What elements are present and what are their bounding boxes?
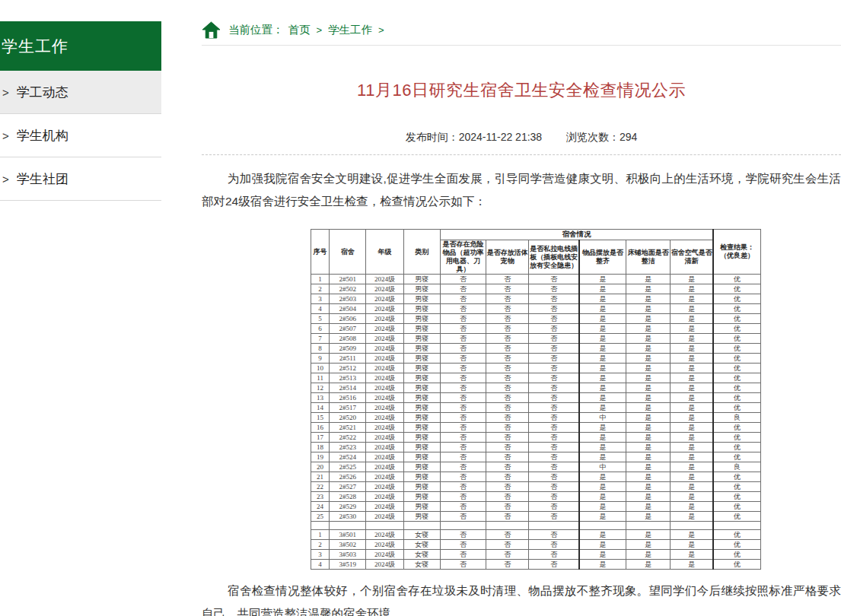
table-cell: 是 <box>671 354 713 364</box>
spacer-cell <box>440 522 486 530</box>
table-cell: 是 <box>579 530 626 540</box>
col-header-type: 类别 <box>403 230 440 275</box>
table-cell: 10 <box>311 364 330 373</box>
table-cell: 否 <box>486 530 529 540</box>
table-cell: 是 <box>671 294 713 304</box>
table-cell: 优 <box>713 314 760 324</box>
table-cell: 否 <box>529 482 579 492</box>
table-cell: 是 <box>671 433 713 443</box>
table-row: 42#5042024级男寝否否否是是是优 <box>311 304 761 314</box>
table-cell: 否 <box>440 373 486 383</box>
table-cell: 优 <box>713 492 760 502</box>
table-cell: 否 <box>486 304 529 314</box>
table-cell: 2024级 <box>366 433 403 443</box>
table-cell: 是 <box>671 314 713 324</box>
table-cell: 否 <box>440 423 486 433</box>
col-header-danger: 是否存在危险物品（超功率用电器、刀具） <box>440 240 486 275</box>
page-title: 11月16日研究生宿舍卫生安全检查情况公示 <box>202 79 841 102</box>
table-cell: 2024级 <box>366 275 403 284</box>
table-cell: 是 <box>626 452 671 462</box>
table-cell: 否 <box>440 550 486 560</box>
table-cell: 否 <box>440 443 486 452</box>
sidebar-item[interactable]: >学工动态 <box>0 71 161 114</box>
table-cell: 2024级 <box>366 540 403 550</box>
table-cell: 优 <box>713 403 760 413</box>
table-cell: 2024级 <box>366 472 403 482</box>
table-cell: 男寝 <box>403 452 440 462</box>
table-cell: 是 <box>579 502 626 512</box>
table-cell: 男寝 <box>403 443 440 452</box>
table-cell: 是 <box>671 344 713 354</box>
breadcrumb: 当前位置： 首页>学生工作> <box>202 15 841 46</box>
table-cell: 是 <box>626 540 671 550</box>
table-cell: 否 <box>486 314 529 324</box>
table-cell: 是 <box>579 324 626 334</box>
table-row: 13#5012024级女寝否否否是是是优 <box>311 530 761 540</box>
sidebar-item-label: 学生机构 <box>17 129 68 143</box>
table-cell: 男寝 <box>403 462 440 472</box>
table-cell: 3#519 <box>330 560 366 570</box>
table-cell: 2024级 <box>366 560 403 570</box>
table-row: 192#5242024级男寝否否否是是是优 <box>311 452 761 462</box>
table-row: 52#5062024级男寝否否否是是是优 <box>311 314 761 324</box>
table-cell: 20 <box>311 462 330 472</box>
table-cell: 是 <box>626 403 671 413</box>
chevron-right-icon: > <box>2 173 9 186</box>
spacer-cell <box>529 522 579 530</box>
table-cell: 22 <box>311 482 330 492</box>
col-header-grade: 年级 <box>366 230 403 275</box>
table-cell: 是 <box>579 275 626 284</box>
table-cell: 男寝 <box>403 413 440 423</box>
table-cell: 9 <box>311 354 330 364</box>
table-cell: 2#527 <box>330 482 366 492</box>
table-cell: 是 <box>671 550 713 560</box>
page: 学生工作 >学工动态>学生机构>学生社团 当前位置： 首页>学生工作> 11月1… <box>0 0 841 616</box>
table-cell: 是 <box>579 364 626 373</box>
table-cell: 优 <box>713 383 760 393</box>
table-cell: 否 <box>440 540 486 550</box>
table-cell: 是 <box>671 462 713 472</box>
table-cell: 中 <box>579 413 626 423</box>
table-cell: 男寝 <box>403 373 440 383</box>
col-header-wiring: 是否私拉电线插板（插板电线安放有安全隐患） <box>529 240 579 275</box>
table-cell: 是 <box>671 423 713 433</box>
table-cell: 优 <box>713 433 760 443</box>
breadcrumb-link[interactable]: 学生工作 <box>328 23 372 37</box>
outro-paragraph: 宿舍检查情况整体较好，个别宿舍存在垃圾未及时清理、物品摆放不整齐现象。望同学们今… <box>202 579 841 616</box>
table-cell: 是 <box>579 294 626 304</box>
table-cell: 否 <box>440 383 486 393</box>
sidebar-item[interactable]: >学生社团 <box>0 157 161 201</box>
breadcrumb-links: 首页>学生工作> <box>284 23 386 37</box>
home-icon[interactable] <box>202 21 221 39</box>
table-cell: 优 <box>713 452 760 462</box>
table-cell: 2#520 <box>330 413 366 423</box>
breadcrumb-link[interactable]: 首页 <box>288 23 311 37</box>
table-cell: 是 <box>579 284 626 294</box>
table-cell: 否 <box>440 324 486 334</box>
table-cell: 2024级 <box>366 462 403 472</box>
table-cell: 否 <box>486 413 529 423</box>
table-cell: 2024级 <box>366 413 403 423</box>
table-cell: 否 <box>440 452 486 462</box>
table-cell: 2#523 <box>330 443 366 452</box>
table-cell: 是 <box>626 472 671 482</box>
table-cell: 是 <box>671 413 713 423</box>
table-row: 72#5082024级男寝否否否是是是优 <box>311 334 761 344</box>
sidebar-item[interactable]: >学生机构 <box>0 114 161 157</box>
spacer-cell <box>330 522 366 530</box>
table-cell: 23 <box>311 492 330 502</box>
article-meta: 发布时间：2024-11-22 21:38 浏览次数：294 <box>202 131 841 144</box>
table-cell: 是 <box>579 314 626 324</box>
table-cell: 否 <box>486 452 529 462</box>
table-cell: 是 <box>626 443 671 452</box>
table-cell: 是 <box>671 304 713 314</box>
table-cell: 否 <box>440 403 486 413</box>
table-cell: 否 <box>440 344 486 354</box>
table-cell: 2024级 <box>366 482 403 492</box>
table-cell: 否 <box>529 550 579 560</box>
table-cell: 否 <box>440 275 486 284</box>
table-cell: 2024级 <box>366 550 403 560</box>
table-cell: 3#502 <box>330 540 366 550</box>
table-cell: 2#521 <box>330 423 366 433</box>
spacer-cell <box>579 522 626 530</box>
